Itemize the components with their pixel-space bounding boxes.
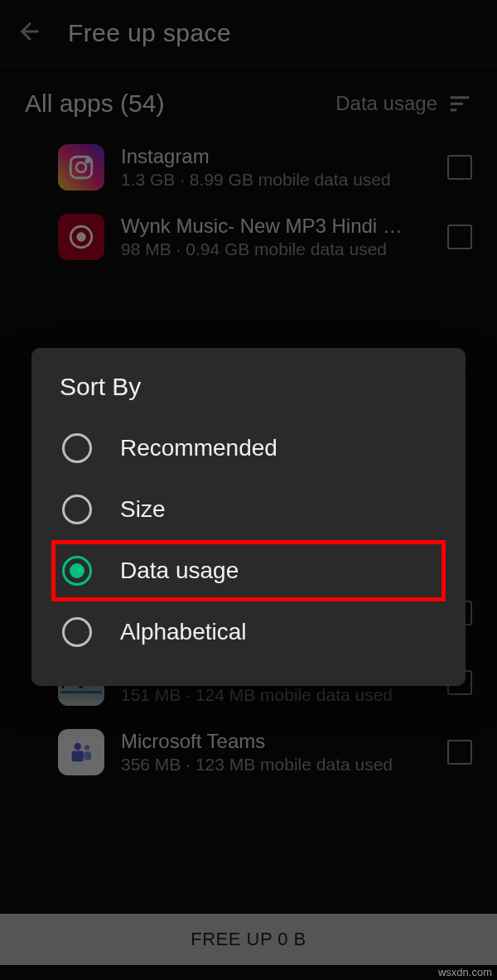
- checkbox[interactable]: [447, 224, 472, 249]
- app-sub: 98 MB · 0.94 GB mobile data used: [121, 239, 431, 259]
- sort-option-recommended[interactable]: Recommended: [51, 418, 446, 479]
- radio-icon: [62, 617, 92, 647]
- radio-icon: [62, 433, 92, 463]
- dialog-title: Sort By: [60, 373, 446, 401]
- checkbox[interactable]: [447, 740, 472, 765]
- app-row[interactable]: Instagram 1.3 GB · 8.99 GB mobile data u…: [0, 133, 497, 202]
- instagram-icon: [58, 144, 104, 191]
- app-sub: 356 MB · 123 MB mobile data used: [121, 755, 431, 775]
- sort-icon: [447, 91, 472, 116]
- app-name: Instagram: [121, 145, 431, 168]
- app-sub: 151 MB · 124 MB mobile data used: [121, 685, 431, 705]
- free-up-button[interactable]: FREE UP 0 B: [0, 914, 497, 965]
- svg-rect-11: [72, 751, 84, 762]
- svg-rect-3: [451, 109, 457, 111]
- svg-point-10: [84, 745, 89, 750]
- radio-label: Data usage: [120, 558, 239, 584]
- app-name: Wynk Music- New MP3 Hindi …: [121, 215, 431, 238]
- radio-icon: [62, 556, 92, 586]
- back-icon[interactable]: [17, 18, 43, 48]
- radio-label: Alphabetical: [120, 619, 247, 645]
- app-text: Instagram 1.3 GB · 8.99 GB mobile data u…: [121, 145, 431, 190]
- sort-option-alphabetical[interactable]: Alphabetical: [51, 601, 446, 663]
- app-name: Microsoft Teams: [121, 730, 431, 753]
- watermark: wsxdn.com: [438, 966, 492, 978]
- free-up-label: FREE UP 0 B: [191, 929, 306, 950]
- radio-label: Size: [120, 496, 165, 523]
- sort-button[interactable]: Data usage: [335, 91, 472, 116]
- sort-option-data-usage[interactable]: Data usage: [51, 540, 446, 601]
- radio-label: Recommended: [120, 435, 277, 461]
- teams-icon: [58, 729, 104, 775]
- app-bar: Free up space: [0, 0, 497, 66]
- svg-point-6: [86, 160, 89, 162]
- app-text: Wynk Music- New MP3 Hindi … 98 MB · 0.94…: [121, 215, 431, 259]
- svg-rect-2: [451, 103, 463, 105]
- app-text: Microsoft Teams 356 MB · 123 MB mobile d…: [121, 730, 431, 775]
- svg-rect-12: [84, 751, 92, 760]
- page-title: Free up space: [68, 19, 231, 47]
- wynk-icon: [58, 214, 104, 260]
- sort-dialog: Sort By Recommended Size Data usage Alph…: [31, 348, 466, 686]
- app-sub: 1.3 GB · 8.99 GB mobile data used: [121, 170, 431, 190]
- svg-point-5: [76, 162, 86, 172]
- app-row[interactable]: Wynk Music- New MP3 Hindi … 98 MB · 0.94…: [0, 202, 497, 272]
- svg-rect-1: [451, 96, 470, 99]
- app-row[interactable]: Microsoft Teams 356 MB · 123 MB mobile d…: [0, 717, 497, 787]
- checkbox[interactable]: [447, 155, 472, 180]
- svg-point-8: [78, 234, 85, 241]
- section-header: All apps (54) Data usage: [0, 66, 497, 133]
- radio-icon: [62, 495, 92, 524]
- svg-point-9: [75, 743, 82, 751]
- sort-option-size[interactable]: Size: [51, 479, 446, 540]
- section-title: All apps (54): [25, 89, 164, 118]
- sort-label: Data usage: [335, 92, 437, 115]
